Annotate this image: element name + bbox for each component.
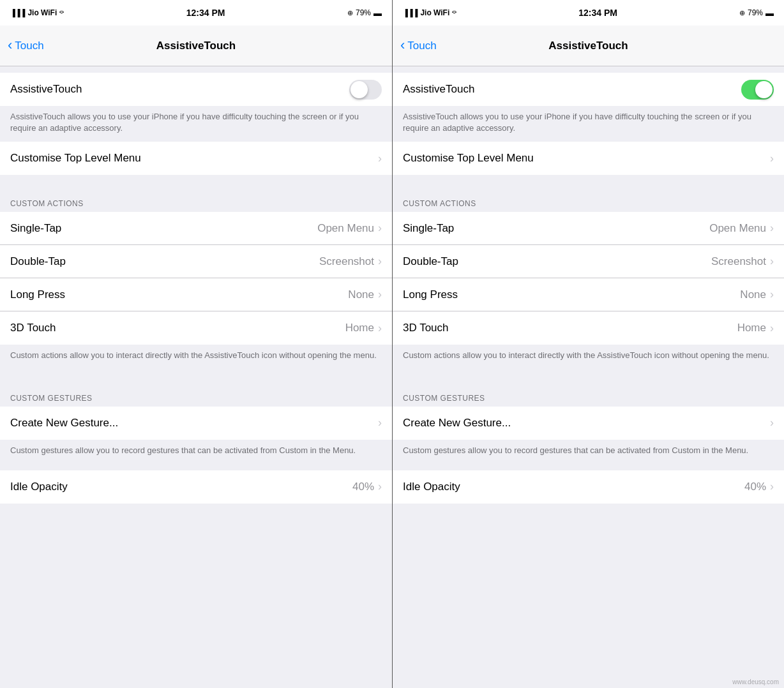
3d-touch-label-left: 3D Touch [10,322,345,334]
idle-opacity-group-left: Idle Opacity 40% › [0,470,392,504]
battery-icon-left: ▬ [373,8,382,18]
double-tap-row-right[interactable]: Double-Tap Screenshot › [393,245,784,278]
idle-opacity-row-right[interactable]: Idle Opacity 40% › [393,470,784,504]
long-press-label-right: Long Press [403,288,740,301]
status-bar-right: ▐▐▐ Jio WiFi ⌔ 12:34 PM ⊕ 79% ▬ [393,0,784,26]
idle-opacity-value-left: 40% [352,481,374,493]
double-tap-label-right: Double-Tap [403,255,711,268]
custom-gestures-desc-left: Custom gestures allow you to record gest… [0,440,392,464]
create-gesture-label-left: Create New Gesture... [10,417,378,430]
single-tap-row-right[interactable]: Single-Tap Open Menu › [393,212,784,245]
idle-opacity-chevron-left: › [378,480,382,493]
3d-touch-value-left: Home [345,322,374,334]
customise-menu-label-left: Customise Top Level Menu [10,152,378,165]
3d-touch-value-right: Home [737,322,766,334]
time-right: 12:34 PM [578,8,617,18]
customise-chevron-right: › [770,152,774,165]
wifi-icon-right: ⌔ [452,9,456,17]
long-press-row-right[interactable]: Long Press None › [393,278,784,311]
single-tap-chevron-right: › [770,221,774,235]
single-tap-label-left: Single-Tap [10,222,317,235]
custom-gestures-desc-right: Custom gestures allow you to record gest… [393,440,784,464]
custom-gestures-header-right: CUSTOM GESTURES [393,390,784,407]
assistivetouch-toggle-right[interactable] [741,80,774,100]
gap-2-left [0,370,392,390]
custom-actions-header-left: CUSTOM ACTIONS [0,195,392,212]
3d-touch-chevron-left: › [378,322,382,335]
idle-opacity-value-right: 40% [744,481,766,493]
long-press-row-left[interactable]: Long Press None › [0,278,392,311]
single-tap-chevron-left: › [378,221,382,235]
custom-actions-desc-right: Custom actions allow you to interact dir… [393,345,784,369]
long-press-chevron-left: › [378,288,382,301]
long-press-label-left: Long Press [10,288,348,301]
idle-opacity-chevron-right: › [770,480,774,493]
toggle-knob-left [351,81,368,98]
back-button-left[interactable]: ‹ Touch [8,40,44,52]
right-panel: ▐▐▐ Jio WiFi ⌔ 12:34 PM ⊕ 79% ▬ ‹ Touch … [392,0,784,688]
back-label-right[interactable]: Touch [407,40,436,52]
create-gesture-row-right[interactable]: Create New Gesture... › [393,407,784,440]
customise-menu-row-right[interactable]: Customise Top Level Menu › [393,142,784,175]
create-gesture-label-right: Create New Gesture... [403,417,770,430]
gap-1-right [393,175,784,195]
create-gesture-chevron-left: › [378,416,382,430]
battery-icon-right: ▬ [765,8,774,18]
custom-actions-desc-left: Custom actions allow you to interact dir… [0,345,392,369]
assistivetouch-toggle-left[interactable] [349,80,382,100]
customise-chevron-left: › [378,152,382,165]
single-tap-row-left[interactable]: Single-Tap Open Menu › [0,212,392,245]
gap-2-right [393,370,784,390]
3d-touch-chevron-right: › [770,322,774,335]
custom-gestures-header-left: CUSTOM GESTURES [0,390,392,407]
double-tap-chevron-left: › [378,255,382,268]
customise-group-right: Customise Top Level Menu › [393,142,784,175]
double-tap-value-left: Screenshot [319,255,374,268]
nav-bar-right: ‹ Touch AssistiveTouch [393,26,784,66]
create-gesture-row-left[interactable]: Create New Gesture... › [0,407,392,440]
gap-top-right [393,66,784,73]
customise-group-left: Customise Top Level Menu › [0,142,392,175]
assistivetouch-desc-right: AssistiveTouch allows you to use your iP… [393,106,784,142]
lock-icon-left: ⊕ [347,9,353,17]
assistivetouch-toggle-row-right: AssistiveTouch [393,73,784,106]
assistivetouch-group-left: AssistiveTouch [0,73,392,106]
custom-actions-group-right: Single-Tap Open Menu › Double-Tap Screen… [393,212,784,345]
customise-menu-row-left[interactable]: Customise Top Level Menu › [0,142,392,175]
double-tap-row-left[interactable]: Double-Tap Screenshot › [0,245,392,278]
gap-top-left [0,66,392,73]
assistivetouch-label-left: AssistiveTouch [10,83,349,96]
assistivetouch-toggle-row-left: AssistiveTouch [0,73,392,106]
back-label-left[interactable]: Touch [15,40,43,52]
long-press-chevron-right: › [770,288,774,301]
back-button-right[interactable]: ‹ Touch [400,40,437,52]
assistivetouch-desc-left: AssistiveTouch allows you to use your iP… [0,106,392,142]
idle-opacity-group-right: Idle Opacity 40% › [393,470,784,504]
3d-touch-row-right[interactable]: 3D Touch Home › [393,311,784,345]
time-left: 12:34 PM [186,8,225,18]
carrier-right: Jio WiFi [420,8,449,17]
gap-3-left [0,464,392,470]
status-bar-left: ▐▐▐ Jio WiFi ⌔ 12:34 PM ⊕ 79% ▬ [0,0,392,26]
status-right-right: ⊕ 79% ▬ [739,8,774,18]
3d-touch-label-right: 3D Touch [403,322,737,334]
gap-1-left [0,175,392,195]
left-panel: ▐▐▐ Jio WiFi ⌔ 12:34 PM ⊕ 79% ▬ ‹ Touch … [0,0,392,688]
double-tap-value-right: Screenshot [711,255,766,268]
nav-bar-left: ‹ Touch AssistiveTouch [0,26,392,66]
custom-gestures-group-left: Create New Gesture... › [0,407,392,440]
back-chevron-right: ‹ [400,38,405,52]
watermark: www.deusq.com [732,678,779,685]
status-left-left: ▐▐▐ Jio WiFi ⌔ [10,8,64,17]
signal-icon-right: ▐▐▐ [403,9,418,17]
nav-title-left: AssistiveTouch [156,40,236,52]
signal-icon-left: ▐▐▐ [10,9,25,17]
assistivetouch-label-right: AssistiveTouch [403,83,741,96]
lock-icon-right: ⊕ [739,9,745,17]
back-chevron-left: ‹ [8,38,12,52]
custom-gestures-group-right: Create New Gesture... › [393,407,784,440]
double-tap-label-left: Double-Tap [10,255,319,268]
custom-actions-header-right: CUSTOM ACTIONS [393,195,784,212]
3d-touch-row-left[interactable]: 3D Touch Home › [0,311,392,345]
idle-opacity-row-left[interactable]: Idle Opacity 40% › [0,470,392,504]
